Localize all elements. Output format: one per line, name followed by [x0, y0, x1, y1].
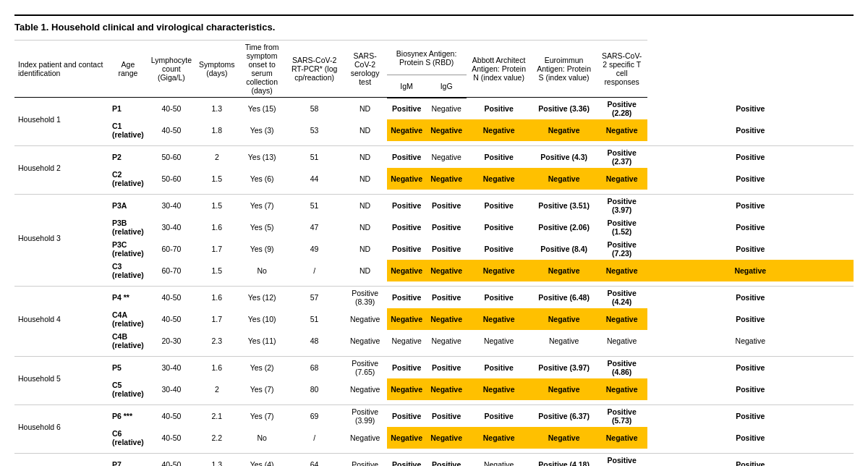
household-label: Household 1: [14, 98, 109, 142]
patient-lymphocyte: 1.7: [195, 238, 239, 260]
patient-symptoms: Yes (4): [239, 454, 286, 467]
patient-igg-euroimmun: Negative: [597, 308, 647, 330]
patient-serology: Negative: [387, 378, 427, 400]
patient-igm: Positive: [427, 216, 467, 238]
patient-igg-biosynex: Positive: [467, 357, 532, 379]
col-time: Time from symptom onset to serum collect…: [239, 41, 286, 98]
patient-lymphocyte: 1.6: [195, 357, 239, 379]
patient-symptoms: Yes (15): [239, 98, 286, 120]
patient-igg-euroimmun: Positive (3.97): [597, 195, 647, 217]
patient-igg-euroimmun: Negative: [597, 168, 647, 190]
patient-igg-euroimmun: Positive (4.24): [597, 287, 647, 309]
patient-pcr: Negative: [344, 308, 387, 330]
patient-lymphocyte: 2: [195, 378, 239, 400]
patient-lymphocyte: 2.3: [195, 330, 239, 352]
patient-name: P2: [109, 146, 148, 169]
patient-serology: Positive: [387, 405, 427, 428]
patient-age: 30-40: [148, 378, 195, 400]
patient-time: 64: [286, 454, 344, 467]
household-label: Household 5: [14, 357, 109, 401]
table-row: Household 6P6 ***40-502.1Yes (7)69Positi…: [14, 405, 854, 428]
patient-name: C6 (relative): [109, 427, 148, 449]
patient-igg-abbott: Negative: [532, 119, 597, 141]
patient-igm: Negative: [427, 119, 467, 141]
patient-serology: Positive: [387, 146, 427, 169]
patient-age: 40-50: [148, 405, 195, 428]
patient-igm: Positive: [427, 454, 467, 467]
patient-igg-biosynex: Negative: [467, 119, 532, 141]
patient-serology: Positive: [387, 238, 427, 260]
patient-pcr: Positive (3.99): [344, 405, 387, 428]
patient-igg-euroimmun: Negative: [597, 427, 647, 449]
patient-tcell: Positive: [647, 405, 854, 428]
patient-name: C2 (relative): [109, 168, 148, 190]
patient-time: 53: [286, 119, 344, 141]
patient-time: /: [286, 427, 344, 449]
table-row: C2 (relative)50-601.5Yes (6)44NDNegative…: [14, 168, 854, 190]
patient-tcell: Positive: [647, 216, 854, 238]
patient-pcr: Negative: [344, 427, 387, 449]
patient-serology: Positive: [387, 454, 427, 467]
patient-igg-biosynex: Negative: [467, 427, 532, 449]
col-tcell: SARS-CoV-2 specific T cell responses: [597, 41, 647, 98]
patient-lymphocyte: 2.1: [195, 405, 239, 428]
patient-igg-euroimmun: Negative: [597, 260, 647, 281]
patient-igm: Negative: [427, 330, 467, 352]
table-row: P3C (relative)60-701.7Yes (9)49NDPositiv…: [14, 238, 854, 260]
patient-time: 51: [286, 146, 344, 169]
patient-age: 60-70: [148, 238, 195, 260]
table-row: C6 (relative)40-502.2No/NegativeNegative…: [14, 427, 854, 449]
patient-symptoms: Yes (13): [239, 146, 286, 169]
patient-pcr: ND: [344, 195, 387, 217]
table-row: Household 4P4 **40-501.6Yes (12)57Positi…: [14, 287, 854, 309]
patient-lymphocyte: 1.3: [195, 454, 239, 467]
patient-igg-euroimmun: Positive (2.37): [597, 146, 647, 169]
patient-tcell: Positive: [647, 308, 854, 330]
patient-tcell: Negative: [647, 330, 854, 352]
patient-time: 69: [286, 405, 344, 428]
patient-igg-biosynex: Positive: [467, 146, 532, 169]
patient-serology: Positive: [387, 357, 427, 379]
patient-tcell: Positive: [647, 357, 854, 379]
patient-lymphocyte: 1.5: [195, 260, 239, 281]
patient-serology: Positive: [387, 216, 427, 238]
patient-age: 40-50: [148, 454, 195, 467]
patient-age: 40-50: [148, 98, 195, 120]
patient-igg-biosynex: Negative: [467, 454, 532, 467]
patient-name: P4 **: [109, 287, 148, 309]
patient-igg-biosynex: Positive: [467, 216, 532, 238]
patient-pcr: ND: [344, 238, 387, 260]
patient-serology: Negative: [387, 119, 427, 141]
patient-time: 58: [286, 98, 344, 120]
patient-time: 49: [286, 238, 344, 260]
patient-tcell: Positive: [647, 454, 854, 467]
patient-igg-biosynex: Positive: [467, 405, 532, 428]
patient-time: 57: [286, 287, 344, 309]
patient-name: P3B (relative): [109, 216, 148, 238]
col-igm: IgM: [387, 75, 427, 98]
patient-igg-abbott: Negative: [532, 168, 597, 190]
patient-serology: Negative: [387, 308, 427, 330]
patient-age: 60-70: [148, 260, 195, 281]
patient-serology: Negative: [387, 168, 427, 190]
patient-symptoms: Yes (3): [239, 119, 286, 141]
household-label: Household 2: [14, 146, 109, 190]
patient-name: P5: [109, 357, 148, 379]
patient-pcr: Positive (7.65): [344, 357, 387, 379]
table-row: Household 3P3A30-401.5Yes (7)51NDPositiv…: [14, 195, 854, 217]
patient-serology: Negative: [387, 427, 427, 449]
patient-tcell: Positive: [647, 238, 854, 260]
patient-serology: Negative: [387, 260, 427, 281]
household-label: Household 3: [14, 195, 109, 282]
patient-age: 40-50: [148, 287, 195, 309]
patient-tcell: Positive: [647, 287, 854, 309]
patient-time: 51: [286, 308, 344, 330]
patient-igg-biosynex: Negative: [467, 378, 532, 400]
patient-lymphocyte: 1.3: [195, 98, 239, 120]
patient-serology: Positive: [387, 287, 427, 309]
household-label: Household 7: [14, 454, 109, 467]
patient-name: P1: [109, 98, 148, 120]
patient-igm: Positive: [427, 287, 467, 309]
patient-serology: Positive: [387, 98, 427, 120]
patient-igg-euroimmun: Negative: [597, 378, 647, 400]
